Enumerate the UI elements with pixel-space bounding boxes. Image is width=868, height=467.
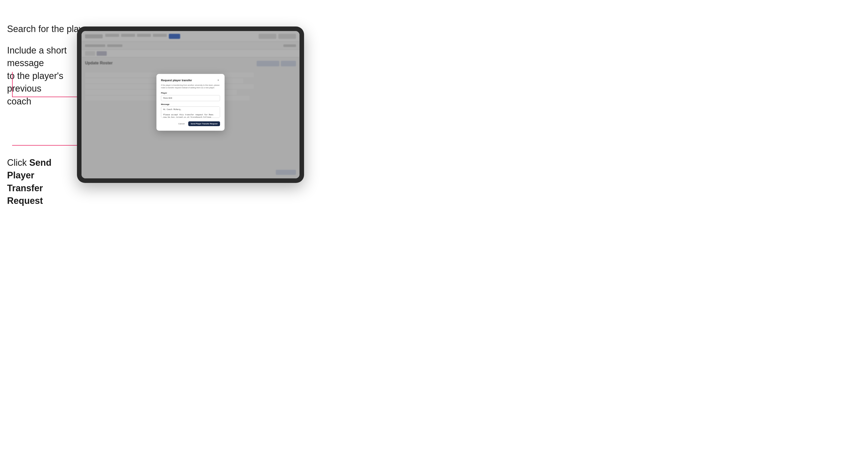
send-transfer-request-button[interactable]: Send Player Transfer Request [188, 121, 220, 126]
modal-title: Request player transfer [161, 79, 192, 82]
message-textarea[interactable]: Hi Coach McHarg, Please accept this tran… [161, 106, 220, 118]
tablet-screen: Update Roster [82, 31, 300, 178]
modal-actions: Cancel Send Player Transfer Request [161, 121, 220, 126]
modal-description: If the player is transferring from anoth… [161, 84, 220, 89]
modal-close-button[interactable]: × [217, 79, 220, 82]
tablet-device: Update Roster [77, 27, 304, 183]
close-icon: × [217, 79, 219, 82]
message-field-label: Message [161, 103, 220, 105]
arrow-line-1-vertical [12, 72, 12, 97]
annotation-message: Include a short messageto the player's p… [7, 44, 73, 108]
cancel-button[interactable]: Cancel [177, 122, 186, 126]
player-search-input[interactable] [161, 95, 220, 101]
modal-overlay: Request player transfer × If the player … [82, 31, 300, 178]
modal-header: Request player transfer × [161, 79, 220, 82]
request-transfer-modal: Request player transfer × If the player … [156, 74, 224, 131]
annotation-click: Click Send PlayerTransfer Request [7, 156, 73, 208]
player-field-label: Player [161, 92, 220, 94]
